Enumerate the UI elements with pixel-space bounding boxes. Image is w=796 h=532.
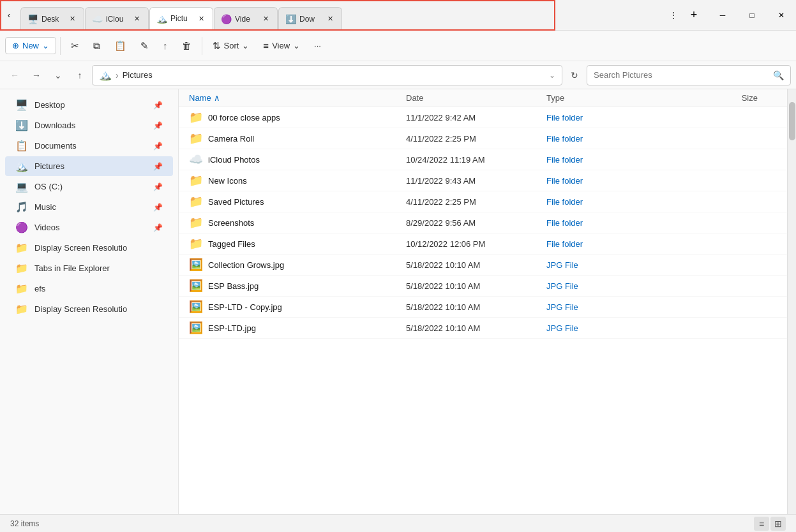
sidebar-item-display1[interactable]: 📁 Display Screen Resolutio (5, 238, 173, 258)
tab-pictures[interactable]: 🏔️ Pictu ✕ (149, 7, 213, 30)
share-button[interactable]: ↑ (156, 37, 174, 54)
status-bar: 32 items ≡ ⊞ (0, 514, 796, 532)
table-row[interactable]: 📁 Screenshots 8/29/2022 9:56 AM File fol… (179, 212, 787, 233)
tab-prev-button[interactable]: ‹ (0, 6, 18, 24)
tab-close-icloud[interactable]: ✕ (131, 14, 142, 24)
file-type-4: File folder (546, 197, 661, 207)
table-row[interactable]: 🖼️ ESP Bass.jpg 5/18/2022 10:10 AM JPG F… (179, 276, 787, 297)
table-row[interactable]: 📁 Saved Pictures 4/11/2022 2:25 PM File … (179, 191, 787, 212)
file-type-6: File folder (546, 239, 661, 249)
pin-icon-desktop: 📌 (153, 101, 163, 110)
sidebar-item-desktop[interactable]: 🖥️ Desktop 📌 (5, 95, 173, 115)
file-label-8: ESP Bass.jpg (208, 281, 259, 291)
view-button-label: View (272, 41, 290, 50)
table-row[interactable]: 🖼️ ESP-LTD.jpg 5/18/2022 10:10 AM JPG Fi… (179, 318, 787, 339)
window-controls: ─ □ ✕ (708, 0, 796, 30)
up-button[interactable]: ↑ (70, 66, 89, 85)
address-box[interactable]: 🏔️ › Pictures ⌄ (92, 65, 562, 85)
breadcrumb-dropdown-icon: ⌄ (549, 71, 555, 80)
copy-button[interactable]: ⧉ (87, 37, 107, 55)
toolbar-separator-1 (60, 37, 61, 55)
tab-overflow-button[interactable]: ⋮ (665, 6, 682, 24)
table-row[interactable]: 🖼️ ESP-LTD - Copy.jpg 5/18/2022 10:10 AM… (179, 297, 787, 318)
sidebar-item-music[interactable]: 🎵 Music 📌 (5, 197, 173, 217)
tab-close-desktop[interactable]: ✕ (67, 14, 77, 24)
file-name-3: 📁 New Icons (189, 174, 406, 188)
new-button[interactable]: ⊕ New ⌄ (5, 37, 56, 54)
tab-icon-videos: 🟣 (221, 14, 231, 24)
file-date-8: 5/18/2022 10:10 AM (406, 281, 546, 291)
sidebar-item-downloads[interactable]: ⬇️ Downloads 📌 (5, 115, 173, 135)
toolbar-separator-2 (202, 37, 202, 55)
tab-icloud[interactable]: ☁️ iClou ✕ (85, 7, 149, 30)
tab-close-videos[interactable]: ✕ (260, 14, 271, 24)
copy-icon: ⧉ (93, 40, 100, 52)
sidebar-item-efs[interactable]: 📁 efs (5, 279, 173, 299)
minimize-button[interactable]: ─ (708, 0, 737, 31)
breadcrumb-folder-icon: 🏔️ (99, 69, 112, 81)
refresh-button[interactable]: ↻ (565, 66, 584, 85)
grid-view-button[interactable]: ⊞ (770, 517, 786, 531)
tab-downloads[interactable]: ⬇️ Dow ✕ (278, 7, 342, 30)
table-row[interactable]: 📁 00 force close apps 11/1/2022 9:42 AM … (179, 107, 787, 128)
sidebar-label-music: Music (34, 202, 147, 212)
tab-icon-desktop: 🖥️ (27, 14, 38, 24)
main-area: 🖥️ Desktop 📌 ⬇️ Downloads 📌 📋 Documents … (0, 89, 796, 514)
table-row[interactable]: 📁 New Icons 11/1/2022 9:43 AM File folde… (179, 170, 787, 191)
file-type-5: File folder (546, 218, 661, 228)
rename-button[interactable]: ✎ (134, 37, 155, 55)
dropdown-button[interactable]: ⌄ (49, 66, 68, 85)
table-row[interactable]: 🖼️ Collection Grows.jpg 5/18/2022 10:10 … (179, 255, 787, 276)
file-type-7: JPG File (546, 260, 661, 270)
sidebar-item-pictures[interactable]: 🏔️ Pictures 📌 (5, 156, 173, 176)
close-button[interactable]: ✕ (767, 0, 796, 31)
file-type-2: File folder (546, 155, 661, 165)
forward-button[interactable]: → (27, 66, 46, 85)
search-input[interactable] (594, 70, 769, 80)
new-tab-button[interactable]: + (685, 6, 703, 24)
list-view-button[interactable]: ≡ (754, 517, 769, 531)
sidebar-item-osc[interactable]: 💻 OS (C:) 📌 (5, 177, 173, 196)
file-label-9: ESP-LTD - Copy.jpg (208, 302, 282, 312)
file-date-1: 4/11/2022 2:25 PM (406, 134, 546, 144)
table-row[interactable]: ☁️ iCloud Photos 10/24/2022 11:19 AM Fil… (179, 149, 787, 170)
sidebar-item-documents[interactable]: 📋 Documents 📌 (5, 136, 173, 156)
file-icon-0: 📁 (189, 110, 203, 124)
table-row[interactable]: 📁 Tagged Files 10/12/2022 12:06 PM File … (179, 233, 787, 255)
content-area: Name ∧ Date Type Size 📁 00 force close a… (179, 89, 787, 514)
tab-desktop[interactable]: 🖥️ Desk ✕ (20, 7, 84, 30)
column-header-type[interactable]: Type (546, 93, 661, 103)
table-row[interactable]: 📁 Camera Roll 4/11/2022 2:25 PM File fol… (179, 128, 787, 149)
scrollbar-thumb[interactable] (789, 102, 795, 140)
cut-button[interactable]: ✂ (64, 37, 86, 55)
view-icon: ≡ (263, 40, 269, 51)
search-box[interactable]: 🔍 (587, 65, 791, 85)
back-button[interactable]: ← (5, 66, 24, 85)
scrollbar-track[interactable] (787, 89, 796, 514)
column-header-date[interactable]: Date (406, 93, 546, 103)
cut-icon: ✂ (71, 40, 79, 52)
pin-icon-downloads: 📌 (153, 121, 163, 130)
sidebar-item-tabs[interactable]: 📁 Tabs in File Explorer (5, 258, 173, 278)
tab-close-pictures[interactable]: ✕ (196, 13, 206, 24)
tab-label-downloads: Dow (299, 15, 321, 24)
tab-videos[interactable]: 🟣 Vide ✕ (214, 7, 278, 30)
sidebar-item-videos[interactable]: 🟣 Videos 📌 (5, 218, 173, 237)
file-label-10: ESP-LTD.jpg (208, 323, 256, 333)
share-icon: ↑ (163, 40, 168, 51)
paste-button[interactable]: 📋 (108, 37, 133, 55)
file-name-2: ☁️ iCloud Photos (189, 152, 406, 166)
tab-close-downloads[interactable]: ✕ (325, 14, 335, 24)
more-options-button[interactable]: ··· (308, 38, 327, 54)
sidebar-icon-display2: 📁 (15, 303, 28, 315)
sidebar-item-display2[interactable]: 📁 Display Screen Resolutio (5, 299, 173, 319)
column-header-name[interactable]: Name ∧ (189, 93, 406, 103)
delete-button[interactable]: 🗑 (176, 37, 198, 54)
column-header-size[interactable]: Size (661, 93, 777, 103)
sort-button[interactable]: ⇅ Sort ⌄ (206, 37, 256, 55)
file-date-10: 5/18/2022 10:10 AM (406, 323, 546, 333)
view-button[interactable]: ≡ View ⌄ (257, 37, 306, 54)
tab-label-videos: Vide (235, 15, 257, 24)
tab-icon-icloud: ☁️ (92, 14, 102, 24)
maximize-button[interactable]: □ (737, 0, 767, 31)
